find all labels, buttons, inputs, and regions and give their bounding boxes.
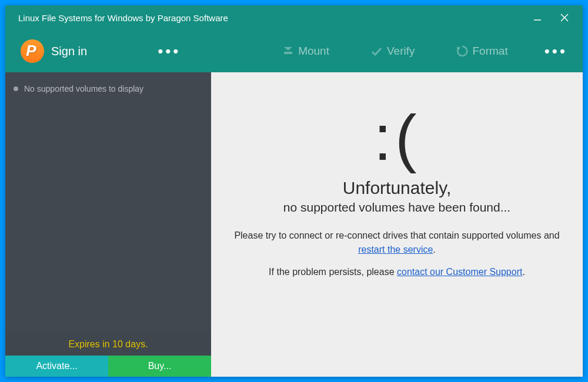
activate-button[interactable]: Activate...	[5, 356, 108, 377]
format-button[interactable]: Format	[456, 45, 508, 58]
footer-button-row: Activate... Buy...	[5, 356, 211, 377]
close-button[interactable]	[551, 5, 578, 30]
minimize-button[interactable]	[524, 5, 551, 30]
format-icon	[456, 45, 468, 57]
user-menu-button[interactable]: •••	[158, 42, 181, 61]
main-heading: Unfortunately,	[343, 178, 452, 198]
main-panel: :( Unfortunately, no supported volumes h…	[211, 72, 583, 377]
instruction-line-1: Please try to connect or re-connect driv…	[234, 229, 559, 257]
toolbar: P Sign in ••• Mount Verify Format •••	[5, 30, 583, 72]
restart-service-link[interactable]: restart the service	[358, 244, 433, 254]
sidebar-footer: Expires in 10 days. Activate... Buy...	[5, 331, 211, 377]
instruction-1-prefix: Please try to connect or re-connect driv…	[234, 230, 559, 240]
sidebar-empty-row: No supported volumes to display	[5, 72, 211, 105]
sidebar: No supported volumes to display Expires …	[5, 72, 211, 377]
more-actions-button[interactable]: •••	[544, 42, 567, 61]
main-subheading: no supported volumes have been found...	[283, 200, 510, 215]
sign-in-label: Sign in	[51, 45, 87, 58]
expires-text: Expires in 10 days.	[5, 331, 211, 356]
mount-button[interactable]: Mount	[283, 45, 329, 58]
instruction-1-suffix: .	[433, 244, 435, 254]
sidebar-empty-text: No supported volumes to display	[24, 84, 143, 93]
buy-button[interactable]: Buy...	[108, 356, 211, 377]
verify-label: Verify	[387, 45, 415, 58]
close-icon	[560, 13, 569, 22]
svg-marker-3	[284, 47, 292, 51]
instruction-2-suffix: .	[522, 267, 524, 277]
app-window: Linux File Systems for Windows by Parago…	[5, 5, 583, 377]
check-icon	[370, 46, 382, 56]
minimize-icon	[533, 14, 542, 22]
mount-icon	[283, 46, 293, 56]
window-title: Linux File Systems for Windows by Parago…	[18, 13, 228, 23]
verify-button[interactable]: Verify	[370, 45, 415, 58]
sign-in-button[interactable]: P Sign in	[21, 39, 87, 63]
mount-label: Mount	[298, 45, 329, 58]
sad-face-icon: :(	[373, 105, 420, 170]
paragon-logo-icon: P	[21, 39, 44, 63]
format-label: Format	[473, 45, 508, 58]
content-area: No supported volumes to display Expires …	[5, 72, 583, 377]
instruction-line-2: If the problem persists, please contact …	[269, 265, 525, 279]
toolbar-actions: Mount Verify Format	[283, 45, 508, 58]
bullet-icon	[14, 86, 18, 91]
instruction-2-prefix: If the problem persists, please	[269, 267, 397, 277]
contact-support-link[interactable]: contact our Customer Support	[397, 267, 522, 277]
svg-rect-4	[284, 52, 292, 54]
title-bar: Linux File Systems for Windows by Parago…	[5, 5, 583, 30]
